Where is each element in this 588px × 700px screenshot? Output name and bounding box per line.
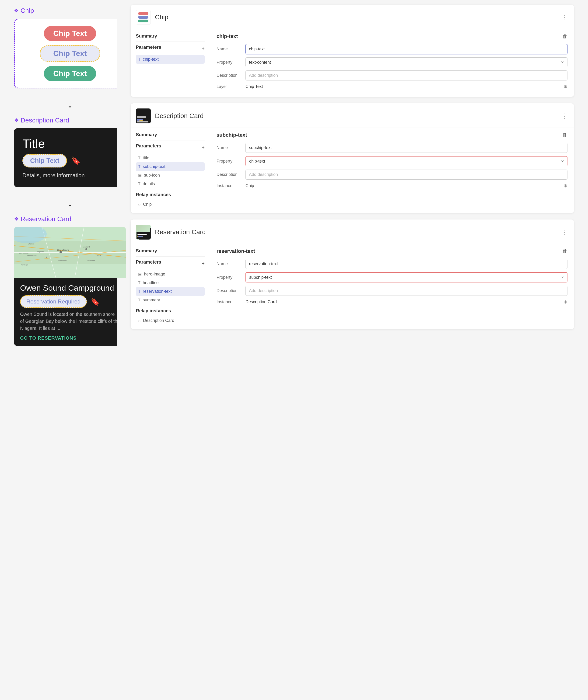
thumb-desc-chip xyxy=(137,119,143,121)
desc-chip-outline: Chip Text xyxy=(22,154,67,167)
chip-prop-right-title: chip-text xyxy=(216,33,238,39)
description-name-input[interactable] xyxy=(245,143,567,153)
res-chip-outline: Reservation Required xyxy=(20,295,87,308)
reservation-property-select[interactable]: subchip-text xyxy=(245,272,567,282)
chip-card-title-row: Chip xyxy=(136,10,168,25)
desc-param-sub-icon[interactable]: ▣ sub-icon xyxy=(136,171,205,180)
description-relay-section: Relay instances ◇ Chip xyxy=(136,192,205,209)
chip-target-icon[interactable]: ⊕ xyxy=(564,84,567,89)
res-param-reservation-label: reservation-text xyxy=(143,289,172,294)
description-add-param-button[interactable]: + xyxy=(201,144,205,150)
chip-layer-value: Chip Text xyxy=(245,84,560,89)
arrow-down-2: ↓ xyxy=(67,196,73,209)
chip-prop-left: Summary Parameters + T chip-text xyxy=(131,29,210,97)
desc-details-text: Details, more information xyxy=(22,172,118,179)
chip-param-chip-text[interactable]: T chip-text xyxy=(136,55,205,64)
svg-text:Kemble: Kemble xyxy=(96,255,101,256)
description-right-card: Description Card ⋮ Summary Parameters + … xyxy=(131,103,574,213)
description-relay-chip[interactable]: ◇ Chip xyxy=(136,200,205,209)
desc-param-details-label: details xyxy=(143,181,155,186)
res-param-summary[interactable]: T summary xyxy=(136,296,205,304)
svg-text:Meaford: Meaford xyxy=(83,246,90,248)
reservation-trash-button[interactable]: 🗑 xyxy=(562,248,567,254)
diamond-icon-3: ❖ xyxy=(14,216,19,222)
chip-parameters-label: Parameters xyxy=(136,45,161,50)
description-trash-button[interactable]: 🗑 xyxy=(562,132,567,138)
reservation-description-placeholder: Add description xyxy=(249,288,278,293)
desc-param-details[interactable]: T details xyxy=(136,180,205,188)
res-param-hero-label: hero-image xyxy=(144,272,165,277)
chip-name-input[interactable] xyxy=(245,44,567,54)
description-target-icon[interactable]: ⊕ xyxy=(564,183,567,188)
description-params-row: Parameters + xyxy=(136,143,205,151)
description-description-input[interactable]: Add description xyxy=(245,170,567,180)
chip-layer-label: Layer xyxy=(216,84,242,89)
arrow-down-1: ↓ xyxy=(67,97,73,110)
desc-param-type-T-subchip: T xyxy=(138,165,140,169)
thumb-desc-title-line xyxy=(137,116,146,118)
chip-description-input[interactable]: Add description xyxy=(245,70,567,80)
description-parameters-label: Parameters xyxy=(136,143,161,149)
reservation-name-input[interactable] xyxy=(245,259,567,269)
reservation-title-label: Reservation Card xyxy=(21,215,71,223)
reservation-parameters-label: Parameters xyxy=(136,259,161,265)
left-panel: ❖ Chip Chip Text Chip Text Chip Text ↓ ❖… xyxy=(0,0,117,700)
reservation-headline: Owen Sound Campground xyxy=(20,283,120,293)
description-card-more-button[interactable]: ⋮ xyxy=(561,112,567,120)
res-param-hero-image[interactable]: ▣ hero-image xyxy=(136,270,205,279)
reservation-prop-panel: Summary Parameters + ▣ hero-image T head… xyxy=(131,244,574,329)
res-param-type-T-res: T xyxy=(138,289,140,294)
desc-param-type-img: ▣ xyxy=(138,173,142,178)
svg-point-9 xyxy=(59,251,62,253)
svg-text:Sauble Beach: Sauble Beach xyxy=(27,255,37,256)
description-summary-label: Summary xyxy=(136,132,205,137)
reservation-description-row: Description Add description xyxy=(216,286,567,296)
svg-point-10 xyxy=(85,248,87,250)
desc-param-subicon-label: sub-icon xyxy=(144,173,160,178)
description-card-thumbnail xyxy=(136,108,151,123)
description-card-section: ❖ Description Card Title Chip Text 🔖 Det… xyxy=(14,117,110,187)
description-property-label: Property xyxy=(216,159,242,164)
chip-description-row: Description Add description xyxy=(216,70,567,80)
reservation-property-row: Property subchip-text xyxy=(216,272,567,282)
chip-card-more-button[interactable]: ⋮ xyxy=(561,14,567,21)
res-relay-diamond-icon: ◇ xyxy=(138,319,141,323)
desc-param-title[interactable]: T title xyxy=(136,154,205,162)
arrow-2: ↓ xyxy=(14,192,126,213)
chip-prop-panel: Summary Parameters + T chip-text chip-te… xyxy=(131,29,574,97)
description-property-select[interactable]: chip-text xyxy=(245,156,567,166)
description-name-row: Name xyxy=(216,143,567,153)
reservation-add-param-button[interactable]: + xyxy=(201,261,205,267)
reservation-relay-desc-card[interactable]: ◇ Description Card xyxy=(136,316,205,325)
desc-param-subchip-text[interactable]: T subchip-text xyxy=(136,162,205,171)
reservation-card-more-button[interactable]: ⋮ xyxy=(561,228,567,236)
thumb-chip-red xyxy=(138,12,148,15)
res-bookmark-icon: 🔖 xyxy=(90,297,100,306)
res-param-reservation-text[interactable]: T reservation-text xyxy=(136,287,205,296)
chip-card-name: Chip xyxy=(155,14,168,21)
chip-property-select[interactable]: text-content xyxy=(245,57,567,67)
map-placeholder: Owen Sound Wiarton Meaford Thornbury Sou… xyxy=(14,227,126,278)
chip-section-title: ❖ Chip xyxy=(14,7,34,14)
chip-trash-button[interactable]: 🗑 xyxy=(562,33,567,39)
svg-text:Southampton: Southampton xyxy=(19,252,28,254)
chip-red: Chip Text xyxy=(44,26,96,41)
desc-chip-row: Chip Text 🔖 xyxy=(22,154,118,167)
description-card-box: Title Chip Text 🔖 Details, more informat… xyxy=(14,128,126,187)
chip-section: ❖ Chip Chip Text Chip Text Chip Text xyxy=(14,7,110,88)
svg-text:Owen Sound: Owen Sound xyxy=(57,249,69,251)
reservation-description-input[interactable]: Add description xyxy=(245,286,567,296)
reservation-card-name: Reservation Card xyxy=(155,228,206,236)
description-description-placeholder: Add description xyxy=(249,172,278,177)
description-card-title-row: Description Card xyxy=(136,108,204,123)
res-param-headline[interactable]: T headline xyxy=(136,279,205,287)
description-property-row: Property chip-text xyxy=(216,156,567,166)
res-cta-button[interactable]: GO TO RESERVATIONS xyxy=(20,335,120,341)
chip-green: Chip Text xyxy=(44,66,96,81)
svg-text:Chatsworth: Chatsworth xyxy=(58,259,67,261)
description-relay-label: Relay instances xyxy=(136,192,205,197)
chip-property-row: Property text-content xyxy=(216,57,567,67)
diamond-icon: ❖ xyxy=(14,8,19,14)
reservation-target-icon[interactable]: ⊕ xyxy=(564,299,567,305)
chip-add-param-button[interactable]: + xyxy=(201,46,205,52)
